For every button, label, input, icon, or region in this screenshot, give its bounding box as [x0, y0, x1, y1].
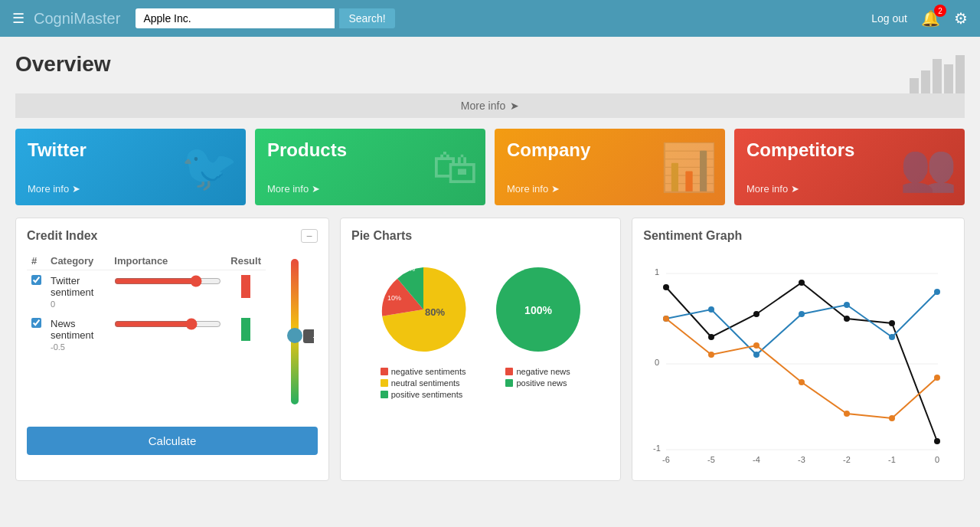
search-input[interactable] [136, 8, 335, 28]
row1-value: 0 [51, 300, 105, 309]
legend-label-positive: positive sentiments [391, 390, 463, 399]
row2-slider-cell [109, 313, 226, 356]
row1-check[interactable] [27, 270, 46, 314]
sentiment-graph-header: Sentiment Graph [643, 229, 953, 243]
credit-index-title: Credit Index [27, 229, 97, 243]
row2-value: -0.5 [51, 342, 105, 352]
tile-competitors-title: Competitors [746, 139, 952, 161]
x-label-n3: -3 [798, 455, 805, 464]
x-label-n1: -1 [888, 455, 896, 464]
col-importance: Importance [109, 252, 226, 270]
tile-company-more[interactable]: More info ➤ [507, 183, 713, 195]
search-button[interactable]: Search! [339, 8, 394, 28]
row2-result [226, 313, 266, 356]
brand-light: Master [74, 10, 120, 27]
dot-orange-5 [889, 415, 895, 421]
dot-black-6 [934, 438, 940, 444]
table-row: Twitter sentiment 0 [27, 270, 266, 314]
legend-label-positive-news: positive news [516, 378, 567, 388]
bar-chart-decoration [910, 55, 965, 93]
legend-dot-yellow [381, 379, 388, 387]
row2-checkbox[interactable] [31, 318, 41, 328]
dot-orange-0 [663, 316, 669, 322]
dot-black-1 [708, 334, 714, 340]
navbar-right: Log out 🔔 2 ⚙ [871, 9, 968, 28]
row2-slider[interactable] [114, 318, 221, 330]
dot-orange-1 [708, 352, 714, 358]
legend-positive-news: positive news [505, 378, 570, 388]
col-result: Result [226, 252, 266, 270]
tile-company-title: Company [507, 139, 713, 161]
credit-table-area: # Category Importance Result Twitter sen… [27, 252, 266, 416]
minimize-button[interactable]: − [301, 229, 318, 243]
menu-icon[interactable]: ☰ [12, 10, 24, 27]
sentiment-graph-area: 1 0 -1 -6 -5 -4 -3 -2 -1 0 [643, 252, 953, 470]
vertical-gauge: -0.25 [272, 252, 318, 416]
pie2-legend: negative news positive news [505, 367, 570, 390]
notifications-icon[interactable]: 🔔 2 [921, 9, 940, 28]
page-header: Overview [15, 52, 965, 93]
y-label-n1: -1 [653, 444, 661, 453]
x-label-n6: -6 [662, 455, 670, 464]
more-info-banner[interactable]: More info ➤ [15, 93, 965, 118]
pie1-wrapper: 80% 10% 10% negative sentiments neutral … [374, 260, 473, 401]
pie-charts-area: 80% 10% 10% negative sentiments neutral … [351, 252, 609, 401]
search-bar: Search! [136, 8, 442, 28]
x-label-0: 0 [935, 455, 939, 464]
logout-button[interactable]: Log out [871, 12, 907, 25]
dot-blue-6 [934, 289, 940, 295]
credit-index-body: # Category Importance Result Twitter sen… [27, 252, 318, 416]
page-content: Overview More info ➤ Twitter More info ➤… [0, 37, 980, 489]
row1-slider-cell [109, 270, 226, 314]
row1-checkbox[interactable] [31, 275, 41, 285]
legend-label-neutral: neutral sentiments [391, 378, 460, 388]
dot-blue-2 [753, 352, 760, 358]
dot-orange-4 [844, 411, 850, 417]
dot-blue-3 [799, 311, 805, 317]
bar-2 [921, 70, 930, 93]
row2-check[interactable] [27, 313, 46, 356]
bar-5 [956, 55, 965, 93]
row1-slider[interactable] [114, 275, 221, 287]
panels-row: Credit Index − # Category Importance Res… [15, 218, 965, 481]
series-blue [666, 292, 937, 355]
tiles-row: Twitter More info ➤ 🐦 Products More info… [15, 129, 965, 205]
row2-category: News sentiment -0.5 [46, 313, 109, 356]
more-info-arrow: ➤ [510, 100, 519, 112]
gauge-pointer [287, 328, 302, 343]
pie-charts-panel: Pie Charts 80% [340, 218, 621, 481]
legend-label-negative-news: negative news [516, 367, 570, 376]
legend-positive-sentiments: positive sentiments [381, 390, 466, 399]
pie-charts-header: Pie Charts [351, 229, 609, 243]
dot-blue-1 [708, 306, 714, 313]
row2-label: News sentiment [51, 318, 105, 341]
dot-black-0 [663, 284, 669, 290]
brand-logo: CogniMaster [34, 10, 120, 28]
dot-blue-4 [844, 302, 850, 308]
series-black [666, 283, 937, 441]
bar-3 [933, 59, 942, 93]
sentiment-graph-svg: 1 0 -1 -6 -5 -4 -3 -2 -1 0 [643, 252, 942, 466]
tile-company[interactable]: Company More info ➤ 📊 [495, 129, 725, 205]
pie2-svg: 100% [488, 260, 588, 359]
tile-twitter[interactable]: Twitter More info ➤ 🐦 [15, 129, 246, 205]
tile-competitors-more[interactable]: More info ➤ [746, 183, 952, 195]
tile-competitors[interactable]: Competitors More info ➤ 👥 [734, 129, 965, 205]
notifications-badge: 2 [934, 5, 946, 17]
more-info-label: More info [461, 100, 505, 112]
bar-1 [910, 78, 919, 93]
calculate-button[interactable]: Calculate [27, 427, 318, 455]
legend-neutral-sentiments: neutral sentiments [381, 378, 466, 388]
y-label-1: 1 [655, 267, 659, 277]
navbar: ☰ CogniMaster Search! Log out 🔔 2 ⚙ [0, 0, 980, 37]
bar-4 [944, 64, 953, 93]
dot-orange-2 [753, 342, 760, 349]
tile-products[interactable]: Products More info ➤ 🛍 [255, 129, 485, 205]
settings-icon[interactable]: ⚙ [954, 9, 968, 28]
legend-dot-red [381, 368, 388, 375]
tile-twitter-more[interactable]: More info ➤ [28, 183, 234, 195]
pie1-svg: 80% 10% 10% [374, 260, 473, 359]
row1-label: Twitter sentiment [51, 275, 105, 298]
tile-products-more[interactable]: More info ➤ [267, 183, 473, 195]
tile-twitter-title: Twitter [28, 139, 234, 161]
